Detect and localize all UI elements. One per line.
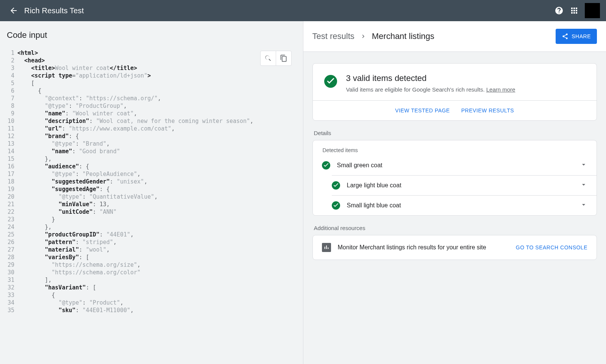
help-icon — [554, 6, 564, 15]
check-circle-icon — [332, 201, 340, 210]
detected-item-name: Small light blue coat — [347, 202, 580, 209]
preview-results-button[interactable]: PREVIEW RESULTS — [461, 107, 514, 114]
help-button[interactable] — [551, 3, 567, 18]
summary-card: 3 valid items detected Valid items are e… — [312, 63, 597, 121]
go-to-search-console-link[interactable]: GO TO SEARCH CONSOLE — [516, 244, 587, 250]
chevron-down-icon — [580, 181, 587, 188]
code-editor[interactable]: 1234567891011121314151617181920212223242… — [0, 47, 303, 364]
valid-badge — [324, 75, 337, 93]
code-toolbar — [260, 51, 292, 66]
expand-toggle[interactable] — [580, 161, 587, 170]
view-tested-page-button[interactable]: VIEW TESTED PAGE — [395, 107, 450, 114]
breadcrumb-root[interactable]: Test results — [312, 31, 355, 41]
detected-items-heading: Detected items — [313, 140, 597, 156]
chevron-down-icon — [580, 201, 587, 208]
share-icon — [562, 33, 569, 40]
detected-item-row[interactable]: Large light blue coat — [332, 175, 597, 195]
bar-chart-icon — [323, 244, 330, 250]
summary-subtitle: Valid items are eligible for Google Sear… — [346, 86, 515, 93]
chevron-down-icon — [580, 161, 587, 168]
results-header: Test results Merchant listings SHARE — [303, 21, 606, 52]
expand-toggle[interactable] — [580, 181, 587, 190]
code-content[interactable]: <html> <head> <title>Wool winter coat</t… — [17, 47, 303, 316]
arrow-left-icon — [9, 6, 18, 15]
check-circle-icon — [322, 161, 330, 170]
summary-title: 3 valid items detected — [346, 73, 515, 83]
code-input-heading: Code input — [0, 21, 303, 47]
breadcrumb-separator — [360, 33, 367, 40]
copy-code-button[interactable] — [276, 51, 291, 65]
apps-icon — [570, 6, 579, 15]
chevron-right-icon — [360, 33, 367, 40]
code-input-pane: Code input 12345678910111213141516171819… — [0, 21, 303, 364]
detected-item-name: Small green coat — [337, 162, 580, 169]
check-circle-icon — [324, 75, 337, 88]
learn-more-link[interactable]: Learn more — [486, 86, 515, 93]
resource-text: Monitor Merchant listings rich results f… — [338, 244, 516, 251]
breadcrumb-current: Merchant listings — [372, 31, 434, 41]
results-pane: Test results Merchant listings SHARE 3 v… — [303, 21, 606, 364]
details-section-label: Details — [314, 130, 597, 136]
expand-toggle[interactable] — [580, 201, 587, 210]
search-code-button[interactable] — [261, 51, 276, 65]
back-button[interactable] — [6, 3, 21, 18]
share-button[interactable]: SHARE — [556, 29, 597, 44]
apps-button[interactable] — [567, 3, 582, 18]
detected-item-name: Large light blue coat — [347, 182, 580, 189]
app-title: Rich Results Test — [24, 6, 84, 15]
detected-item-row[interactable]: Small green coat — [313, 156, 597, 175]
account-avatar[interactable] — [585, 3, 600, 18]
check-circle-icon — [332, 181, 340, 190]
resource-row: Monitor Merchant listings rich results f… — [313, 235, 597, 260]
share-button-label: SHARE — [572, 33, 591, 39]
analytics-icon-box — [322, 243, 331, 252]
resources-card: Monitor Merchant listings rich results f… — [312, 235, 597, 260]
topbar: Rich Results Test — [0, 0, 606, 21]
copy-icon — [280, 54, 287, 62]
line-number-gutter: 1234567891011121314151617181920212223242… — [0, 47, 17, 316]
resources-section-label: Additional resources — [314, 225, 597, 231]
search-icon — [264, 54, 272, 62]
detected-items-card: Detected items Small green coatLarge lig… — [312, 140, 597, 216]
detected-item-row[interactable]: Small light blue coat — [332, 195, 597, 215]
